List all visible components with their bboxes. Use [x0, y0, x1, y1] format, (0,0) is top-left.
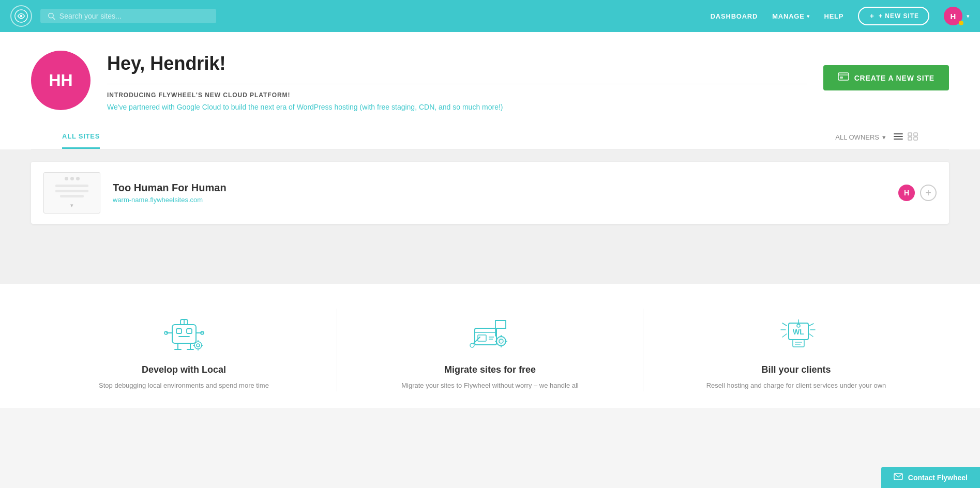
svg-line-51	[809, 324, 813, 326]
notification-dot	[959, 21, 963, 25]
svg-rect-10	[908, 133, 912, 136]
svg-line-3	[53, 18, 55, 20]
hero-subheading: INTRODUCING FLYWHEEL'S NEW CLOUD PLATFOR…	[107, 91, 807, 99]
hero-cta: CREATE A NEW SITE	[823, 51, 949, 90]
site-actions: H +	[898, 185, 937, 201]
nav-manage[interactable]: MANAGE ▾	[772, 12, 809, 20]
add-collaborator-button[interactable]: +	[920, 185, 937, 201]
svg-line-56	[782, 323, 787, 326]
new-site-button[interactable]: ＋ + NEW SITE	[858, 7, 929, 25]
feature-bill-desc: Resell hosting and charge for client ser…	[706, 380, 886, 391]
feature-bill-title: Bill your clients	[761, 364, 831, 375]
feature-migrate: Migrate sites for free Migrate your site…	[337, 309, 643, 391]
svg-rect-16	[187, 329, 192, 333]
nav-right: DASHBOARD MANAGE ▾ HELP ＋ + NEW SITE H ▾	[711, 7, 970, 25]
tabs-right-controls: ALL OWNERS ▾	[835, 132, 918, 142]
view-toggle	[893, 132, 918, 142]
svg-point-49	[797, 324, 800, 327]
user-avatar-nav[interactable]: H	[944, 7, 962, 25]
list-view-button[interactable]	[893, 132, 903, 142]
hero-section: HH Hey, Hendrik! INTRODUCING FLYWHEEL'S …	[0, 32, 980, 149]
thumb-dot	[65, 177, 68, 180]
contact-flywheel-bar[interactable]: Contact Flywheel	[881, 467, 980, 488]
search-input[interactable]	[59, 12, 209, 20]
hero-content: Hey, Hendrik! INTRODUCING FLYWHEEL'S NEW…	[107, 51, 807, 113]
new-site-icon: ＋	[868, 11, 876, 21]
svg-point-1	[20, 15, 23, 18]
site-owner-avatar[interactable]: H	[898, 185, 915, 201]
feature-local-title: Develop with Local	[142, 364, 226, 375]
user-menu-chevron-icon[interactable]: ▾	[967, 13, 970, 20]
all-owners-chevron-icon: ▾	[882, 133, 886, 141]
tab-all-sites[interactable]: ALL SITES	[62, 125, 100, 149]
thumb-line-short	[60, 195, 84, 197]
create-site-icon	[838, 72, 849, 83]
migrate-icon	[462, 309, 519, 355]
site-info: Too Human For Human warm-name.flywheelsi…	[113, 182, 886, 204]
tabs-bar: ALL SITES ALL OWNERS ▾	[31, 125, 949, 149]
svg-rect-11	[914, 133, 917, 136]
features-section: Develop with Local Stop debugging local …	[0, 284, 980, 408]
hero-description-link[interactable]: We've partnered with Google Cloud to bui…	[107, 102, 807, 113]
feature-local-desc: Stop debugging local environments and sp…	[99, 380, 269, 391]
svg-point-29	[197, 344, 200, 347]
svg-point-28	[194, 342, 202, 349]
feature-migrate-title: Migrate sites for free	[444, 364, 536, 375]
top-navigation: DASHBOARD MANAGE ▾ HELP ＋ + NEW SITE H ▾	[0, 0, 980, 32]
svg-line-54	[782, 334, 787, 337]
svg-rect-13	[914, 137, 917, 140]
thumb-line	[55, 185, 88, 187]
hero-greeting: Hey, Hendrik!	[107, 53, 807, 74]
svg-rect-14	[172, 325, 196, 343]
svg-rect-4	[838, 73, 849, 80]
svg-line-45	[473, 337, 480, 344]
feature-migrate-desc: Migrate your sites to Flywheel without w…	[401, 380, 578, 391]
feature-bill: WL Bill your clients Resell hosting and …	[643, 309, 949, 391]
nav-help[interactable]: HELP	[824, 12, 843, 20]
site-thumbnail: ▾	[43, 172, 100, 213]
contact-label: Contact Flywheel	[908, 474, 968, 482]
svg-point-39	[496, 337, 506, 346]
site-url[interactable]: warm-name.flywheelsites.com	[113, 196, 886, 204]
svg-text:WL: WL	[793, 328, 804, 336]
local-icon	[156, 309, 213, 355]
thumb-chevron-icon: ▾	[70, 202, 73, 209]
grid-view-button[interactable]	[908, 132, 918, 142]
hero-divider	[107, 84, 807, 84]
svg-rect-15	[176, 329, 182, 333]
nav-dashboard[interactable]: DASHBOARD	[711, 12, 758, 20]
thumb-dot	[76, 177, 80, 180]
svg-rect-12	[908, 137, 912, 140]
logo[interactable]	[10, 5, 32, 27]
svg-rect-57	[793, 340, 804, 347]
site-name: Too Human For Human	[113, 182, 886, 194]
svg-line-53	[809, 334, 813, 337]
manage-chevron-icon: ▾	[807, 13, 810, 19]
bill-icon: WL	[768, 309, 825, 355]
search-bar[interactable]	[40, 9, 216, 23]
thumb-line	[55, 190, 88, 192]
thumb-dot	[70, 177, 74, 180]
all-owners-dropdown[interactable]: ALL OWNERS ▾	[835, 133, 886, 141]
create-site-button[interactable]: CREATE A NEW SITE	[823, 65, 949, 90]
site-card[interactable]: ▾ Too Human For Human warm-name.flywheel…	[31, 162, 949, 224]
svg-rect-6	[840, 77, 843, 79]
feature-local: Develop with Local Stop debugging local …	[31, 309, 337, 391]
svg-point-46	[470, 343, 474, 347]
contact-icon	[894, 472, 903, 483]
user-avatar-hero: HH	[31, 51, 91, 110]
sites-section: ▾ Too Human For Human warm-name.flywheel…	[0, 149, 980, 284]
search-icon	[48, 12, 55, 20]
